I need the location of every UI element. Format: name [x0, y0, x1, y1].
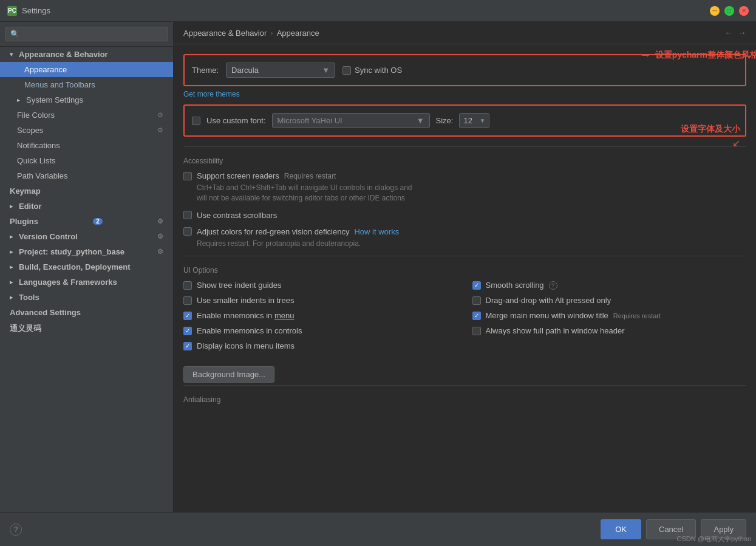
- sidebar-item-languages-frameworks[interactable]: ▸Languages & Frameworks: [0, 275, 173, 290]
- sidebar-item-label: Editor: [19, 202, 42, 211]
- mnemonics-menu-checkbox[interactable]: [183, 312, 192, 320]
- get-more-themes-link[interactable]: Get more themes: [183, 89, 240, 100]
- background-image-button[interactable]: Background Image...: [183, 366, 274, 383]
- how-it-works-link[interactable]: How it works: [354, 227, 399, 236]
- sidebar-nav: ▾Appearance & BehaviorAppearanceMenus an…: [0, 47, 173, 337]
- sidebar-item-file-colors[interactable]: File Colors⚙: [0, 107, 173, 123]
- contrast-scrollbars-checkbox[interactable]: [183, 211, 192, 219]
- bottom-bar: ? OK Cancel Apply: [0, 512, 756, 546]
- full-path-checkbox[interactable]: [472, 327, 481, 335]
- sidebar-item-label: Path Variables: [17, 171, 68, 180]
- antialiasing-section: Antialiasing: [183, 385, 746, 415]
- breadcrumb: Appearance & Behavior › Appearance: [183, 29, 319, 38]
- red-green-checkbox[interactable]: [183, 227, 192, 236]
- sidebar-item-build-execution[interactable]: ▸Build, Execution, Deployment: [0, 259, 173, 275]
- merge-menu-option: Merge main menu with window title Requir…: [472, 311, 747, 320]
- theme-dropdown[interactable]: Darcula ▼: [226, 63, 335, 78]
- settings-icon: ⚙: [157, 248, 163, 256]
- sidebar-item-keymap[interactable]: Keymap: [0, 183, 173, 199]
- breadcrumb-separator: ›: [270, 29, 273, 38]
- full-path-option: Always show full path in window header: [472, 326, 747, 335]
- mnemonics-controls-checkbox[interactable]: [183, 327, 192, 335]
- mnemonics-controls-option: Enable mnemonics in controls: [183, 326, 458, 335]
- red-green-label: Adjust colors for red-green vision defic…: [197, 227, 349, 236]
- sidebar-item-quick-lists[interactable]: Quick Lists: [0, 153, 173, 168]
- tree-indent-checkbox[interactable]: [183, 281, 192, 290]
- ok-button[interactable]: OK: [601, 519, 641, 539]
- expand-icon: ▸: [10, 294, 13, 301]
- sidebar-item-project[interactable]: ▸Project: study_python_base⚙: [0, 244, 173, 259]
- sidebar-item-path-variables[interactable]: Path Variables: [0, 168, 173, 183]
- sidebar-item-custom-code[interactable]: 通义灵码: [0, 320, 173, 337]
- sidebar-item-scopes[interactable]: Scopes⚙: [0, 123, 173, 138]
- sidebar-item-label: Keymap: [10, 186, 41, 196]
- nav-forward-button[interactable]: →: [738, 28, 746, 38]
- display-icons-option: Display icons in menu items: [183, 341, 458, 350]
- search-input[interactable]: [5, 27, 168, 41]
- sidebar-item-plugins[interactable]: Plugins2⚙: [0, 214, 173, 229]
- expand-icon: ▾: [10, 51, 13, 58]
- mnemonics-menu-label: Enable mnemonics in menu: [197, 311, 294, 320]
- sidebar-item-appearance[interactable]: Appearance: [0, 62, 173, 77]
- sidebar-item-label: Version Control: [19, 232, 78, 241]
- drag-drop-checkbox[interactable]: [472, 296, 481, 305]
- tree-indent-label: Show tree indent guides: [197, 281, 281, 290]
- sidebar-item-label: Languages & Frameworks: [19, 278, 117, 287]
- sidebar-item-system-settings[interactable]: ▸System Settings: [0, 92, 173, 107]
- display-icons-label: Display icons in menu items: [197, 341, 295, 350]
- sidebar-item-label: Appearance: [24, 65, 67, 74]
- sidebar-item-version-control[interactable]: ▸Version Control⚙: [0, 229, 173, 244]
- main-content: Appearance & Behavior › Appearance ← → T…: [174, 22, 756, 512]
- smooth-scrolling-option: Smooth scrolling ?: [472, 281, 747, 290]
- font-select-dropdown[interactable]: Microsoft YaHei UI ▼: [272, 113, 430, 128]
- settings-icon: ⚙: [157, 233, 163, 241]
- sidebar-item-tools[interactable]: ▸Tools: [0, 290, 173, 305]
- sidebar-item-notifications[interactable]: Notifications: [0, 138, 173, 153]
- ui-options-title: UI Options: [183, 266, 746, 275]
- sidebar-item-menus-toolbars[interactable]: Menus and Toolbars: [0, 77, 173, 92]
- tree-indent-option: Show tree indent guides: [183, 281, 458, 290]
- sync-row: Sync with OS: [342, 66, 402, 75]
- sidebar-item-label: Menus and Toolbars: [24, 80, 95, 89]
- nav-back-button[interactable]: ←: [724, 28, 733, 38]
- font-size-value: 12: [463, 116, 472, 125]
- settings-icon: ⚙: [157, 111, 163, 119]
- sidebar-item-appearance-behavior[interactable]: ▾Appearance & Behavior: [0, 47, 173, 62]
- display-icons-checkbox[interactable]: [183, 342, 192, 350]
- ui-options-left: Show tree indent guides Use smaller inde…: [183, 281, 458, 357]
- sidebar-item-label: File Colors: [17, 111, 55, 120]
- sidebar-item-editor[interactable]: ▸Editor: [0, 199, 173, 214]
- antialiasing-title: Antialiasing: [183, 395, 746, 404]
- sync-os-checkbox[interactable]: [342, 66, 351, 75]
- window-title: Settings: [22, 6, 710, 15]
- sidebar: ▾Appearance & BehaviorAppearanceMenus an…: [0, 22, 174, 512]
- sidebar-item-label: 通义灵码: [10, 323, 41, 334]
- maximize-button[interactable]: □: [724, 6, 734, 16]
- size-dropdown-arrow-icon: ▼: [480, 117, 486, 124]
- font-row: Use custom font: Microsoft YaHei UI ▼ Si…: [183, 104, 746, 137]
- title-bar: PC Settings ─ □ ✕: [0, 0, 756, 22]
- font-size-field[interactable]: 12 ▼: [459, 113, 489, 128]
- theme-value: Darcula: [231, 66, 259, 75]
- sidebar-item-label: Build, Execution, Deployment: [19, 262, 130, 271]
- sidebar-item-label: Notifications: [17, 141, 60, 150]
- expand-icon: ▸: [10, 279, 13, 285]
- red-green-option: Adjust colors for red-green vision defic…: [183, 227, 746, 249]
- screen-readers-checkbox[interactable]: [183, 172, 192, 180]
- minimize-button[interactable]: ─: [710, 6, 720, 16]
- accessibility-section: Accessibility Support screen readers Req…: [183, 146, 746, 248]
- smooth-scrolling-checkbox[interactable]: [472, 281, 481, 290]
- sidebar-item-label: Appearance & Behavior: [19, 50, 108, 59]
- help-button[interactable]: ?: [10, 524, 22, 536]
- smooth-scrolling-help-icon[interactable]: ?: [549, 281, 557, 290]
- red-green-main: Adjust colors for red-green vision defic…: [183, 227, 399, 236]
- breadcrumb-nav: ← →: [724, 28, 746, 38]
- sync-os-label: Sync with OS: [355, 66, 402, 75]
- sidebar-item-advanced-settings[interactable]: Advanced Settings: [0, 305, 173, 320]
- merge-menu-checkbox[interactable]: [472, 312, 481, 320]
- custom-font-checkbox[interactable]: [192, 117, 200, 125]
- close-button[interactable]: ✕: [739, 6, 749, 16]
- accessibility-title: Accessibility: [183, 157, 746, 165]
- sidebar-badge: 2: [93, 218, 103, 225]
- smaller-indents-checkbox[interactable]: [183, 296, 192, 305]
